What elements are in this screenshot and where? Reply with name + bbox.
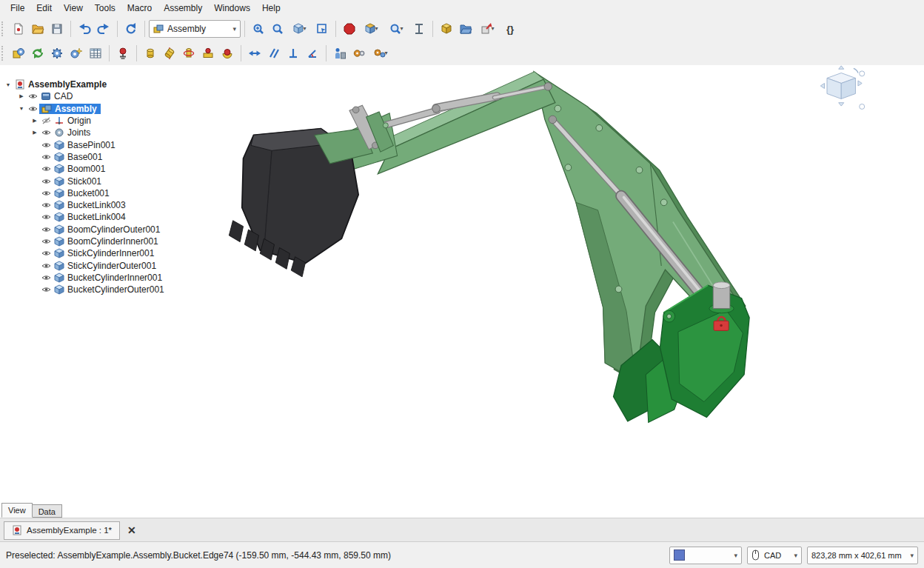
- redo-button[interactable]: [94, 19, 113, 39]
- bill-of-materials-button[interactable]: [86, 44, 105, 63]
- part-icon: [53, 200, 66, 210]
- visibility-eye-icon[interactable]: [40, 286, 53, 293]
- visibility-eye-icon[interactable]: [27, 93, 39, 100]
- isometric-view-dropdown[interactable]: ▾: [287, 19, 312, 39]
- visibility-eye-icon[interactable]: [40, 262, 53, 270]
- parallel-joint-button[interactable]: [264, 44, 284, 63]
- grounded-joint-button[interactable]: [113, 44, 133, 63]
- tree-item-stick001[interactable]: Stick001: [3, 175, 188, 187]
- fit-selection-button[interactable]: [312, 19, 332, 39]
- draw-style-selector[interactable]: ▾: [669, 547, 742, 564]
- menu-windows[interactable]: Windows: [208, 1, 256, 16]
- expand-arrow-icon[interactable]: ▼: [3, 82, 13, 87]
- tree-item-cad[interactable]: ▶ CAD: [3, 90, 188, 102]
- workbench-selector[interactable]: Assembly ▾: [149, 20, 241, 38]
- tree-item-bucketlink003[interactable]: BucketLink003: [3, 199, 188, 211]
- insert-component-button[interactable]: [28, 44, 47, 63]
- visibility-eye-icon[interactable]: [40, 165, 53, 173]
- create-group-button[interactable]: [456, 19, 475, 39]
- tree-item-stickcylinderouter001[interactable]: StickCylinderOuter001: [3, 259, 188, 271]
- expand-arrow-icon[interactable]: ▶: [16, 93, 27, 99]
- navigation-style-selector[interactable]: CAD ▾: [747, 547, 802, 564]
- toolbar-drag-handle[interactable]: [1, 46, 6, 61]
- measure-button[interactable]: [409, 19, 429, 39]
- zoom-in-button[interactable]: [249, 19, 268, 39]
- tree-item-base001[interactable]: Base001: [3, 151, 188, 163]
- view-size-selector[interactable]: 823,28 mm x 402,61 mm ▾: [807, 547, 918, 564]
- tree-item-bucketcylinderouter001[interactable]: BucketCylinderOuter001: [3, 284, 188, 295]
- tree-item-bucket001[interactable]: Bucket001: [3, 187, 188, 199]
- visibility-eye-icon[interactable]: [40, 213, 53, 221]
- open-document-button[interactable]: [28, 19, 47, 39]
- menu-view[interactable]: View: [58, 1, 89, 16]
- tree-item-stickcylinderinner001[interactable]: StickCylinderInner001: [3, 247, 188, 259]
- gear-belt-joint-dropdown[interactable]: ▾: [369, 44, 394, 63]
- tree-item-joints[interactable]: ▶ Joints: [3, 127, 188, 138]
- zoom-all-button[interactable]: [268, 19, 287, 39]
- menu-help[interactable]: Help: [256, 1, 287, 16]
- menu-edit[interactable]: Edit: [30, 1, 58, 16]
- tree-item-boomcylinderouter001[interactable]: BoomCylinderOuter001: [3, 224, 188, 235]
- gear-joint-button[interactable]: [349, 44, 369, 63]
- refresh-button[interactable]: [121, 19, 141, 39]
- close-tab-button[interactable]: ✕: [123, 524, 141, 537]
- solve-assembly-button[interactable]: [47, 44, 67, 63]
- tree-item-bucketcylinderinner001[interactable]: BucketCylinderInner001: [3, 272, 188, 284]
- slider-joint-button[interactable]: [198, 44, 218, 63]
- menu-tools[interactable]: Tools: [89, 1, 121, 16]
- revolute-joint-button[interactable]: [160, 44, 179, 63]
- visibility-eye-off-icon[interactable]: [40, 117, 53, 124]
- create-part-button[interactable]: [437, 19, 456, 39]
- fixed-joint-button[interactable]: [141, 44, 160, 63]
- cylindrical-joint-button[interactable]: [179, 44, 198, 63]
- visibility-eye-icon[interactable]: [40, 141, 53, 149]
- tree-item-assembly[interactable]: ▼ Assembly: [3, 103, 188, 115]
- toolbar-separator: [109, 45, 110, 61]
- expand-arrow-icon[interactable]: ▼: [16, 106, 27, 111]
- visibility-eye-icon[interactable]: [40, 201, 53, 209]
- expression-editor-button[interactable]: {}: [500, 19, 520, 39]
- zoom-in-icon: [252, 22, 265, 36]
- tab-view[interactable]: View: [1, 503, 33, 518]
- visibility-eye-icon[interactable]: [40, 238, 53, 245]
- create-assembly-button[interactable]: [9, 44, 28, 63]
- tree-item-boom001[interactable]: Boom001: [3, 163, 188, 175]
- expand-arrow-icon[interactable]: ▶: [30, 118, 40, 124]
- tree-item-basepin001[interactable]: BasePin001: [3, 138, 188, 150]
- angle-joint-button[interactable]: [303, 44, 322, 63]
- visibility-eye-icon[interactable]: [40, 190, 53, 197]
- appearance-box-dropdown[interactable]: ▾: [359, 19, 384, 39]
- tree-item-bucketlink004[interactable]: BucketLink004: [3, 211, 188, 223]
- visibility-eye-icon[interactable]: [40, 129, 53, 136]
- new-document-button[interactable]: [9, 19, 28, 39]
- visibility-eye-icon[interactable]: [40, 274, 53, 281]
- menu-file[interactable]: File: [4, 1, 30, 16]
- base-pin-part[interactable]: [709, 282, 734, 313]
- tab-data[interactable]: Data: [33, 504, 62, 518]
- ball-joint-button[interactable]: [218, 44, 237, 63]
- create-joint-button[interactable]: [67, 44, 86, 63]
- selected-tree-item[interactable]: Assembly: [39, 104, 101, 114]
- menu-assembly[interactable]: Assembly: [158, 1, 208, 16]
- stop-button[interactable]: [340, 19, 359, 39]
- visibility-eye-icon[interactable]: [40, 226, 53, 233]
- tree-item-assemblyexample[interactable]: ▼ AssemblyExample: [3, 78, 188, 90]
- navigation-cube[interactable]: [820, 66, 864, 110]
- document-tab[interactable]: AssemblyExample : 1*: [4, 521, 120, 540]
- expand-arrow-icon[interactable]: ▶: [30, 130, 40, 136]
- distance-joint-button[interactable]: [245, 44, 264, 63]
- tree-item-boomcylinderinner001[interactable]: BoomCylinderInner001: [3, 235, 188, 247]
- export-dropdown[interactable]: ▾: [475, 19, 500, 39]
- tree-item-origin[interactable]: ▶ Origin: [3, 115, 188, 127]
- zoom-region-dropdown[interactable]: ▾: [384, 19, 409, 39]
- menu-macro[interactable]: Macro: [121, 1, 158, 16]
- visibility-eye-icon[interactable]: [40, 250, 53, 257]
- visibility-eye-icon[interactable]: [27, 105, 39, 113]
- visibility-eye-icon[interactable]: [40, 178, 53, 185]
- save-document-button[interactable]: [47, 19, 67, 39]
- toolbar-drag-handle[interactable]: [1, 21, 6, 36]
- undo-button[interactable]: [75, 19, 94, 39]
- perpendicular-joint-button[interactable]: [284, 44, 303, 63]
- visibility-eye-icon[interactable]: [40, 153, 53, 161]
- simulation-button[interactable]: [330, 44, 349, 63]
